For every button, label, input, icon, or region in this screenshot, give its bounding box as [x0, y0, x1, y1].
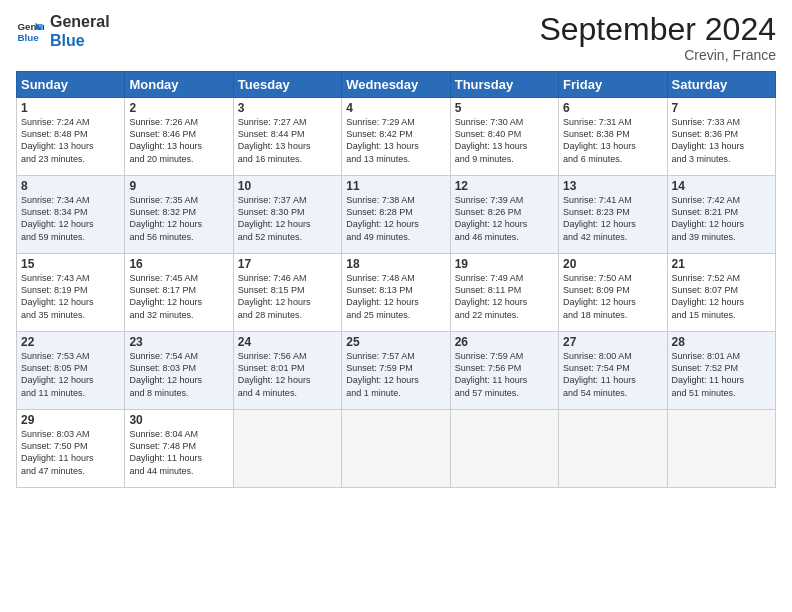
- day-info: Sunrise: 8:01 AM Sunset: 7:52 PM Dayligh…: [672, 351, 745, 397]
- table-cell: 24Sunrise: 7:56 AM Sunset: 8:01 PM Dayli…: [233, 332, 341, 410]
- day-info: Sunrise: 7:52 AM Sunset: 8:07 PM Dayligh…: [672, 273, 745, 319]
- table-cell: 18Sunrise: 7:48 AM Sunset: 8:13 PM Dayli…: [342, 254, 450, 332]
- table-cell: 28Sunrise: 8:01 AM Sunset: 7:52 PM Dayli…: [667, 332, 775, 410]
- location: Crevin, France: [539, 47, 776, 63]
- day-info: Sunrise: 7:35 AM Sunset: 8:32 PM Dayligh…: [129, 195, 202, 241]
- day-info: Sunrise: 7:48 AM Sunset: 8:13 PM Dayligh…: [346, 273, 419, 319]
- day-info: Sunrise: 7:33 AM Sunset: 8:36 PM Dayligh…: [672, 117, 745, 163]
- day-number: 29: [21, 413, 120, 427]
- col-thursday: Thursday: [450, 72, 558, 98]
- table-cell: 30Sunrise: 8:04 AM Sunset: 7:48 PM Dayli…: [125, 410, 233, 488]
- day-number: 3: [238, 101, 337, 115]
- col-monday: Monday: [125, 72, 233, 98]
- table-cell: [450, 410, 558, 488]
- day-info: Sunrise: 7:30 AM Sunset: 8:40 PM Dayligh…: [455, 117, 528, 163]
- day-number: 7: [672, 101, 771, 115]
- day-number: 11: [346, 179, 445, 193]
- day-info: Sunrise: 7:42 AM Sunset: 8:21 PM Dayligh…: [672, 195, 745, 241]
- logo-general: General: [50, 12, 110, 31]
- table-cell: [559, 410, 667, 488]
- day-info: Sunrise: 7:50 AM Sunset: 8:09 PM Dayligh…: [563, 273, 636, 319]
- table-cell: 27Sunrise: 8:00 AM Sunset: 7:54 PM Dayli…: [559, 332, 667, 410]
- day-info: Sunrise: 7:43 AM Sunset: 8:19 PM Dayligh…: [21, 273, 94, 319]
- day-info: Sunrise: 7:31 AM Sunset: 8:38 PM Dayligh…: [563, 117, 636, 163]
- day-number: 5: [455, 101, 554, 115]
- day-number: 6: [563, 101, 662, 115]
- col-tuesday: Tuesday: [233, 72, 341, 98]
- table-cell: 5Sunrise: 7:30 AM Sunset: 8:40 PM Daylig…: [450, 98, 558, 176]
- table-cell: 17Sunrise: 7:46 AM Sunset: 8:15 PM Dayli…: [233, 254, 341, 332]
- day-number: 2: [129, 101, 228, 115]
- table-cell: 16Sunrise: 7:45 AM Sunset: 8:17 PM Dayli…: [125, 254, 233, 332]
- day-info: Sunrise: 8:00 AM Sunset: 7:54 PM Dayligh…: [563, 351, 636, 397]
- table-cell: [342, 410, 450, 488]
- table-cell: 13Sunrise: 7:41 AM Sunset: 8:23 PM Dayli…: [559, 176, 667, 254]
- table-cell: 21Sunrise: 7:52 AM Sunset: 8:07 PM Dayli…: [667, 254, 775, 332]
- logo: General Blue General Blue: [16, 12, 110, 50]
- table-cell: 15Sunrise: 7:43 AM Sunset: 8:19 PM Dayli…: [17, 254, 125, 332]
- day-info: Sunrise: 7:24 AM Sunset: 8:48 PM Dayligh…: [21, 117, 94, 163]
- table-cell: 14Sunrise: 7:42 AM Sunset: 8:21 PM Dayli…: [667, 176, 775, 254]
- day-number: 13: [563, 179, 662, 193]
- day-number: 12: [455, 179, 554, 193]
- day-info: Sunrise: 7:26 AM Sunset: 8:46 PM Dayligh…: [129, 117, 202, 163]
- day-number: 20: [563, 257, 662, 271]
- col-friday: Friday: [559, 72, 667, 98]
- col-saturday: Saturday: [667, 72, 775, 98]
- day-number: 17: [238, 257, 337, 271]
- day-number: 1: [21, 101, 120, 115]
- table-cell: 22Sunrise: 7:53 AM Sunset: 8:05 PM Dayli…: [17, 332, 125, 410]
- day-info: Sunrise: 7:41 AM Sunset: 8:23 PM Dayligh…: [563, 195, 636, 241]
- day-info: Sunrise: 7:27 AM Sunset: 8:44 PM Dayligh…: [238, 117, 311, 163]
- table-cell: 25Sunrise: 7:57 AM Sunset: 7:59 PM Dayli…: [342, 332, 450, 410]
- day-info: Sunrise: 7:29 AM Sunset: 8:42 PM Dayligh…: [346, 117, 419, 163]
- table-cell: 1Sunrise: 7:24 AM Sunset: 8:48 PM Daylig…: [17, 98, 125, 176]
- table-cell: 8Sunrise: 7:34 AM Sunset: 8:34 PM Daylig…: [17, 176, 125, 254]
- table-cell: 12Sunrise: 7:39 AM Sunset: 8:26 PM Dayli…: [450, 176, 558, 254]
- day-number: 25: [346, 335, 445, 349]
- day-number: 19: [455, 257, 554, 271]
- day-number: 24: [238, 335, 337, 349]
- table-cell: 6Sunrise: 7:31 AM Sunset: 8:38 PM Daylig…: [559, 98, 667, 176]
- day-number: 26: [455, 335, 554, 349]
- col-sunday: Sunday: [17, 72, 125, 98]
- day-info: Sunrise: 7:53 AM Sunset: 8:05 PM Dayligh…: [21, 351, 94, 397]
- day-info: Sunrise: 7:46 AM Sunset: 8:15 PM Dayligh…: [238, 273, 311, 319]
- day-number: 14: [672, 179, 771, 193]
- day-number: 21: [672, 257, 771, 271]
- day-info: Sunrise: 7:45 AM Sunset: 8:17 PM Dayligh…: [129, 273, 202, 319]
- header: General Blue General Blue September 2024…: [16, 12, 776, 63]
- day-info: Sunrise: 8:04 AM Sunset: 7:48 PM Dayligh…: [129, 429, 202, 475]
- table-cell: 29Sunrise: 8:03 AM Sunset: 7:50 PM Dayli…: [17, 410, 125, 488]
- day-info: Sunrise: 7:54 AM Sunset: 8:03 PM Dayligh…: [129, 351, 202, 397]
- table-cell: 11Sunrise: 7:38 AM Sunset: 8:28 PM Dayli…: [342, 176, 450, 254]
- page: General Blue General Blue September 2024…: [0, 0, 792, 612]
- table-cell: 10Sunrise: 7:37 AM Sunset: 8:30 PM Dayli…: [233, 176, 341, 254]
- table-cell: 23Sunrise: 7:54 AM Sunset: 8:03 PM Dayli…: [125, 332, 233, 410]
- day-info: Sunrise: 7:49 AM Sunset: 8:11 PM Dayligh…: [455, 273, 528, 319]
- table-cell: 20Sunrise: 7:50 AM Sunset: 8:09 PM Dayli…: [559, 254, 667, 332]
- table-cell: 7Sunrise: 7:33 AM Sunset: 8:36 PM Daylig…: [667, 98, 775, 176]
- table-cell: 3Sunrise: 7:27 AM Sunset: 8:44 PM Daylig…: [233, 98, 341, 176]
- day-number: 10: [238, 179, 337, 193]
- day-number: 15: [21, 257, 120, 271]
- day-info: Sunrise: 8:03 AM Sunset: 7:50 PM Dayligh…: [21, 429, 94, 475]
- table-cell: 4Sunrise: 7:29 AM Sunset: 8:42 PM Daylig…: [342, 98, 450, 176]
- day-number: 16: [129, 257, 228, 271]
- col-wednesday: Wednesday: [342, 72, 450, 98]
- day-info: Sunrise: 7:59 AM Sunset: 7:56 PM Dayligh…: [455, 351, 528, 397]
- day-info: Sunrise: 7:34 AM Sunset: 8:34 PM Dayligh…: [21, 195, 94, 241]
- table-cell: 26Sunrise: 7:59 AM Sunset: 7:56 PM Dayli…: [450, 332, 558, 410]
- day-number: 4: [346, 101, 445, 115]
- logo-blue: Blue: [50, 31, 110, 50]
- day-info: Sunrise: 7:37 AM Sunset: 8:30 PM Dayligh…: [238, 195, 311, 241]
- table-cell: [667, 410, 775, 488]
- day-number: 28: [672, 335, 771, 349]
- day-number: 30: [129, 413, 228, 427]
- day-info: Sunrise: 7:56 AM Sunset: 8:01 PM Dayligh…: [238, 351, 311, 397]
- day-number: 23: [129, 335, 228, 349]
- day-number: 8: [21, 179, 120, 193]
- logo-icon: General Blue: [16, 17, 44, 45]
- day-info: Sunrise: 7:57 AM Sunset: 7:59 PM Dayligh…: [346, 351, 419, 397]
- table-cell: [233, 410, 341, 488]
